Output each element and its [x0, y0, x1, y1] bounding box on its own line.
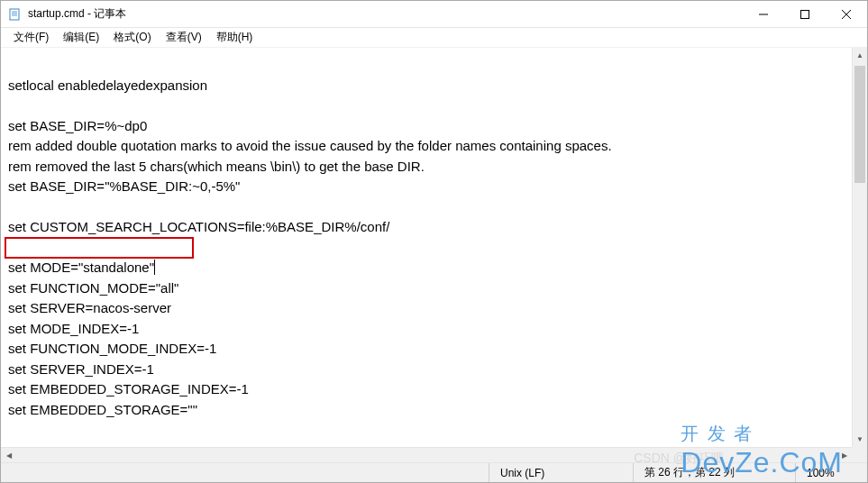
scroll-thumb-vertical[interactable] — [854, 66, 865, 183]
notepad-window: startup.cmd - 记事本 文件(F) 编辑(E) 格式(O) 查看(V… — [0, 0, 868, 483]
text-line: set FUNCTION_MODE="all" — [8, 280, 178, 296]
menu-format[interactable]: 格式(O) — [106, 28, 158, 47]
status-eol: Unix (LF) — [489, 463, 633, 482]
text-line: rem added double quotation marks to avoi… — [8, 138, 612, 153]
scroll-up-arrow[interactable]: ▲ — [853, 48, 867, 63]
menu-view[interactable]: 查看(V) — [159, 28, 209, 47]
svg-rect-5 — [801, 10, 809, 18]
text-line: set CUSTOM_SEARCH_LOCATIONS=file:%BASE_D… — [8, 219, 389, 234]
app-icon — [8, 7, 23, 22]
scroll-down-arrow[interactable]: ▼ — [853, 432, 867, 447]
close-button[interactable] — [826, 1, 867, 27]
menu-file[interactable]: 文件(F) — [6, 28, 56, 47]
status-zoom: 100% — [795, 463, 867, 482]
scroll-corner — [852, 447, 867, 462]
text-line-highlighted: set MODE="standalone" — [8, 260, 155, 275]
status-position: 第 26 行，第 22 列 — [633, 463, 795, 482]
text-line: set SERVER_INDEX=-1 — [8, 361, 154, 377]
scroll-track-horizontal[interactable] — [16, 448, 836, 462]
svg-rect-0 — [10, 9, 19, 20]
maximize-button[interactable] — [784, 1, 826, 27]
vertical-scrollbar[interactable]: ▲ ▼ — [852, 48, 867, 447]
highlight-box — [5, 237, 194, 259]
editor-area[interactable]: setlocal enabledelayedexpansion set BASE… — [1, 48, 852, 447]
text-line: set EMBEDDED_STORAGE_INDEX=-1 — [8, 381, 249, 396]
menu-edit[interactable]: 编辑(E) — [56, 28, 106, 47]
statusbar: Unix (LF) 第 26 行，第 22 列 100% — [1, 462, 867, 482]
content-wrapper: setlocal enabledelayedexpansion set BASE… — [1, 48, 867, 447]
horizontal-scrollbar[interactable]: ◀ ▶ — [1, 447, 852, 462]
text-line: rem removed the last 5 chars(which means… — [8, 159, 425, 174]
text-line: set FUNCTION_MODE_INDEX=-1 — [8, 341, 216, 356]
titlebar[interactable]: startup.cmd - 记事本 — [1, 1, 867, 28]
bottom-scroll-row: ◀ ▶ — [1, 447, 867, 462]
minimize-button[interactable] — [743, 1, 784, 27]
text-line: set SERVER=nacos-server — [8, 300, 171, 315]
text-line: set BASE_DIR="%BASE_DIR:~0,-5%" — [8, 178, 240, 194]
menubar: 文件(F) 编辑(E) 格式(O) 查看(V) 帮助(H) — [1, 28, 867, 48]
text-line: set EMBEDDED_STORAGE="" — [8, 402, 197, 417]
scroll-right-arrow[interactable]: ▶ — [836, 448, 852, 462]
window-controls — [743, 1, 867, 27]
text-content: set MODE="standalone" — [8, 260, 154, 275]
text-line: set MODE_INDEX=-1 — [8, 321, 139, 336]
menu-help[interactable]: 帮助(H) — [209, 28, 260, 47]
text-line: set BASE_DIR=%~dp0 — [8, 118, 147, 133]
window-title: startup.cmd - 记事本 — [28, 6, 743, 22]
text-cursor — [154, 260, 155, 275]
scroll-left-arrow[interactable]: ◀ — [1, 448, 16, 462]
text-line: setlocal enabledelayedexpansion — [8, 77, 207, 93]
